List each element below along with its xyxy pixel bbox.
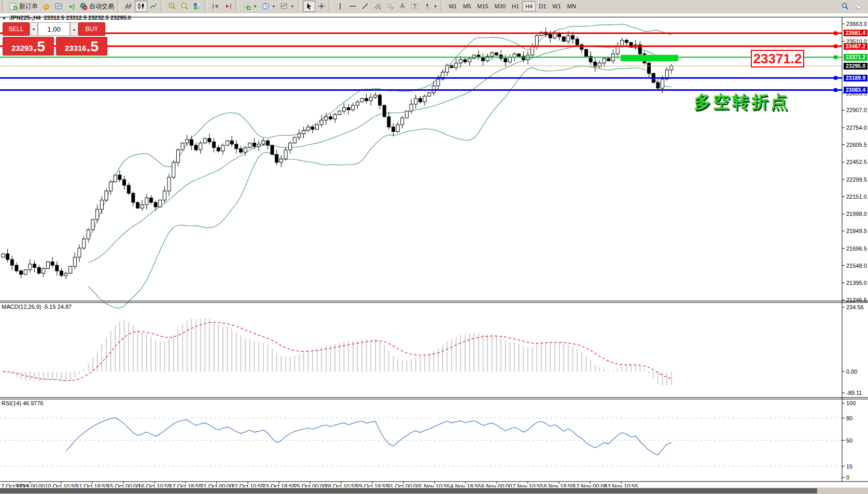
new-order-icon (9, 2, 18, 10)
timeframe-W1[interactable]: W1 (549, 1, 564, 11)
autotrading-button[interactable]: 自动交易 (77, 1, 116, 12)
buy-price-pips: .5 (87, 40, 99, 53)
arrows-tool-icon (423, 2, 431, 10)
svg-text:22151.0: 22151.0 (846, 194, 867, 200)
timeframe-H4[interactable]: H4 (522, 1, 536, 11)
svg-text:-89.11: -89.11 (846, 390, 862, 396)
toolbar-grip[interactable] (235, 1, 239, 11)
svg-text:22605.5: 22605.5 (846, 142, 867, 148)
buy-price-button[interactable]: 23316 .5 (56, 37, 107, 56)
zoom-in-button[interactable] (166, 1, 178, 12)
line-chart-mode-button[interactable] (147, 1, 160, 12)
chart-canvas[interactable]: 23663.023510.023055.522907.022754.022605… (0, 0, 868, 494)
timeframe-M5[interactable]: M5 (460, 1, 474, 11)
horizontal-scrollbar[interactable] (0, 487, 868, 494)
auto-scroll-icon (212, 2, 220, 10)
timeframe-H1[interactable]: H1 (509, 1, 522, 11)
arrows-tool-button[interactable]: ▼ (421, 1, 440, 12)
sell-button[interactable]: SELL (3, 22, 30, 36)
sell-price-pips: .5 (33, 40, 45, 53)
chart-background (0, 13, 868, 494)
market-watch-icon (54, 2, 63, 10)
svg-text:F: F (391, 7, 394, 10)
svg-text:A: A (400, 3, 404, 10)
volume-decrement-button[interactable]: ▼ (30, 22, 38, 36)
svg-text:0.00: 0.00 (846, 368, 857, 375)
highlight-zone[interactable] (621, 55, 678, 61)
chart-shift-button[interactable] (222, 1, 234, 12)
svg-text:50: 50 (846, 437, 852, 444)
market-watch-button[interactable] (52, 1, 65, 12)
bar-chart-icon (124, 2, 133, 10)
svg-text:21696.5: 21696.5 (846, 245, 867, 252)
volume-increment-button[interactable]: ▲ (70, 22, 78, 36)
crosshair-tool-button[interactable] (315, 1, 328, 12)
dropdown-arrow-icon: ▼ (290, 4, 295, 9)
price-callout-box[interactable]: 23371.2 (751, 50, 804, 67)
symbol-period-label: JPN225-,H4 (9, 15, 41, 21)
equidistant-channel-icon: E (373, 2, 382, 10)
timeframe-M30[interactable]: M30 (492, 1, 509, 11)
toolbar-grip[interactable] (161, 1, 164, 11)
vertical-line-icon (336, 2, 344, 10)
rsi-indicator-label: RSI(14) 46.9776 (2, 400, 44, 406)
svg-text:21849.5: 21849.5 (846, 228, 867, 234)
templates-button[interactable]: ▼ (278, 1, 297, 12)
chart-eraser-button[interactable] (40, 1, 52, 12)
signals-button[interactable] (65, 1, 77, 12)
buy-price-main: 23316 (65, 43, 87, 53)
chat-button[interactable] (851, 1, 864, 12)
sell-price-button[interactable]: 23293 .5 (3, 37, 54, 56)
svg-text:234.56: 234.56 (846, 304, 864, 310)
vertical-line-tool-button[interactable] (334, 1, 346, 12)
search-button[interactable] (839, 1, 851, 12)
price-level-badge: 23581.4 (844, 30, 867, 36)
collapse-icon[interactable]: ▲ (2, 16, 6, 20)
svg-text:22754.0: 22754.0 (846, 125, 867, 131)
zoom-out-button[interactable] (178, 1, 191, 12)
dropdown-arrow-icon: ▼ (433, 4, 438, 9)
volume-input[interactable]: 1.00 (38, 22, 70, 36)
candlestick-icon (137, 2, 145, 10)
timeframe-MN[interactable]: MN (564, 1, 579, 11)
toolbar-grip[interactable] (441, 1, 444, 11)
indicators-button[interactable]: ▼ (241, 1, 259, 12)
timeframe-M1[interactable]: M1 (446, 1, 460, 11)
buy-button[interactable]: BUY (78, 22, 105, 36)
horizontal-line-tool-button[interactable] (346, 1, 359, 12)
new-order-button[interactable]: 新订单 (7, 1, 40, 12)
timeframe-group: M1M5M15M30H1H4D1W1MN (446, 1, 579, 11)
svg-text:22299.5: 22299.5 (846, 176, 867, 183)
bar-chart-mode-button[interactable] (122, 1, 135, 12)
search-icon (841, 2, 849, 10)
scrollbar-thumb[interactable] (0, 488, 817, 493)
trendline-icon (361, 2, 369, 10)
trendline-tool-button[interactable] (359, 1, 371, 12)
turning-point-annotation[interactable]: 多空转折点 (694, 90, 790, 114)
auto-scroll-button[interactable] (209, 1, 222, 12)
svg-text:E: E (379, 7, 381, 10)
toolbar-grip[interactable] (2, 1, 5, 11)
cursor-icon (305, 2, 313, 10)
cursor-tool-button[interactable] (303, 1, 315, 12)
chat-icon (853, 2, 862, 10)
tile-windows-button[interactable] (191, 1, 203, 12)
timeframe-M15[interactable]: M15 (474, 1, 491, 11)
price-level-badge: 23467.2 (844, 43, 867, 50)
ohlc-values: 23312.5 23312.5 23232.5 23295.0 (44, 15, 131, 21)
svg-text:22452.5: 22452.5 (846, 159, 867, 165)
candlestick-mode-button[interactable] (135, 1, 147, 12)
tile-windows-icon (193, 2, 201, 10)
toolbar-grip[interactable] (329, 1, 332, 11)
toolbar-grip[interactable] (204, 1, 207, 11)
indicators-icon (243, 2, 251, 10)
text-tool-button[interactable]: A (396, 1, 409, 12)
channel-tool-button[interactable]: E (371, 1, 384, 12)
toolbar-grip[interactable] (117, 1, 120, 11)
timeframe-D1[interactable]: D1 (536, 1, 549, 11)
toolbar-grip[interactable] (298, 1, 301, 11)
eraser-icon (42, 2, 50, 10)
fibonacci-tool-button[interactable]: F (384, 1, 396, 12)
periods-button[interactable]: ▼ (259, 1, 278, 12)
text-label-tool-button[interactable]: T (409, 1, 421, 12)
